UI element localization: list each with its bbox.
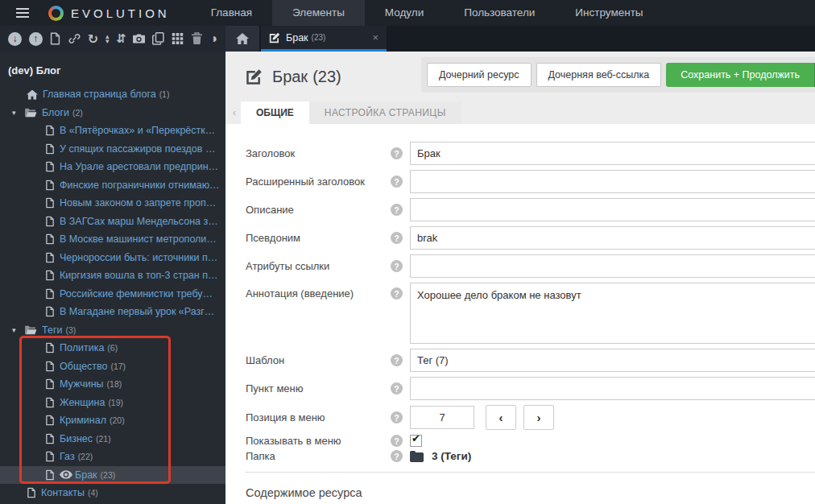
resource-tab[interactable]: Брак (23) xyxy=(261,26,387,52)
tree-item[interactable]: Блоги (2) xyxy=(0,104,225,122)
title-input[interactable] xyxy=(410,142,815,165)
tree-item-label[interactable]: Чернороссии быть: источники п… xyxy=(60,252,217,263)
tree-item[interactable]: Российские феминистки требу… xyxy=(0,285,225,304)
tree-item-label[interactable]: В ЗАГСах марш Мендельсона з… xyxy=(60,216,218,227)
new-weblink-icon[interactable] xyxy=(68,32,81,45)
tree-item[interactable]: У спящих пассажиров поездов … xyxy=(0,140,225,159)
close-tab-icon[interactable] xyxy=(372,31,379,43)
tree-item[interactable]: В Москве машинист метрополи… xyxy=(0,230,225,249)
tree-item-label[interactable]: Политика xyxy=(60,342,104,353)
tree-item-label[interactable]: На Урале арестовали предприн… xyxy=(60,161,218,172)
alias-input[interactable] xyxy=(410,226,815,250)
save-continue-button[interactable]: Сохранить + Продолжить xyxy=(666,63,815,87)
home-tab-button[interactable] xyxy=(225,26,259,52)
collapse-tree-icon[interactable] xyxy=(8,32,22,46)
help-icon[interactable] xyxy=(391,204,403,216)
copy-icon[interactable] xyxy=(152,32,164,45)
tree-item-label[interactable]: Брак xyxy=(75,469,97,481)
help-icon[interactable] xyxy=(391,260,403,272)
tree-item-label[interactable]: В Москве машинист метрополи… xyxy=(60,233,217,245)
menu-item[interactable]: Пользователи xyxy=(444,0,555,26)
tab-page-settings[interactable]: НАСТРОЙКА СТРАНИЦЫ xyxy=(309,101,461,124)
child-weblink-button[interactable]: Дочерняя веб-ссылка xyxy=(536,63,662,87)
tree-item[interactable]: Политика (6) xyxy=(0,339,225,357)
contrast-theme-icon[interactable] xyxy=(209,31,217,46)
tree-item[interactable]: Криминал (20) xyxy=(0,411,225,430)
tree-item-label[interactable]: Российские феминистки требу… xyxy=(60,288,213,300)
menu-item[interactable]: Модули xyxy=(365,0,444,26)
tree-item[interactable]: Главная страница блога (1) xyxy=(0,85,225,104)
template-select[interactable] xyxy=(410,349,815,372)
menu-item[interactable]: Элементы xyxy=(272,0,365,26)
resource-header: Брак (23) Дочерний ресурс Дочерняя веб-с… xyxy=(225,52,815,101)
logo[interactable]: EVOLUTION xyxy=(48,6,170,21)
help-icon[interactable] xyxy=(391,147,403,159)
tab-general[interactable]: ОБЩИЕ xyxy=(241,101,309,124)
grid-icon[interactable] xyxy=(172,33,184,44)
sort-tree-icon[interactable] xyxy=(105,34,110,43)
tree-item[interactable]: Киргизия вошла в топ-3 стран п… xyxy=(0,266,225,285)
chevron-down-icon[interactable] xyxy=(12,326,24,334)
tree-item-label[interactable]: Газ xyxy=(60,451,75,462)
menu-item[interactable]: Инструменты xyxy=(555,0,663,26)
sort-menuindex-icon[interactable] xyxy=(116,31,126,46)
tree-item-label[interactable]: Мужчины xyxy=(60,378,104,390)
child-resource-button[interactable]: Дочерний ресурс xyxy=(427,63,532,87)
camera-icon[interactable] xyxy=(133,33,145,44)
tree-item[interactable]: Теги (3) xyxy=(0,321,225,340)
help-icon[interactable] xyxy=(391,435,403,447)
introtext-textarea[interactable]: Хорошее дело браком не назовут xyxy=(410,283,815,344)
tree-item-label[interactable]: Бизнес xyxy=(60,433,93,444)
tree-item[interactable]: В ЗАГСах марш Мендельсона з… xyxy=(0,213,225,231)
tree-item-label[interactable]: Контакты xyxy=(41,487,85,498)
longtitle-input[interactable] xyxy=(410,170,815,193)
tree-item-label[interactable]: Киргизия вошла в топ-3 стран п… xyxy=(60,270,217,281)
tree-item[interactable]: Брак (23) xyxy=(0,466,225,485)
menuindex-prev-button[interactable] xyxy=(486,405,516,430)
tree-item[interactable]: Женщина (19) xyxy=(0,394,225,412)
tree-item-label[interactable]: Блоги xyxy=(42,107,69,118)
tree-item[interactable]: Финские пограничники отнимаю… xyxy=(0,176,225,195)
help-icon[interactable] xyxy=(391,382,403,395)
tree-item[interactable]: В «Пятёрочках» и «Перекрёстк… xyxy=(0,122,225,140)
tree-item-label[interactable]: Главная страница блога xyxy=(43,89,156,100)
tree-item-label[interactable]: Теги xyxy=(42,324,62,336)
menuindex-next-button[interactable] xyxy=(523,405,554,430)
tree-item[interactable]: На Урале арестовали предприн… xyxy=(0,158,225,176)
tree-item[interactable]: В Магадане первый урок «Разг… xyxy=(0,303,225,321)
refresh-tree-icon[interactable] xyxy=(88,31,98,47)
new-document-icon[interactable] xyxy=(49,32,61,45)
menu-item[interactable]: Главная xyxy=(191,0,272,26)
menutitle-input[interactable] xyxy=(410,377,815,400)
tree-item-label[interactable]: Финские пограничники отнимаю… xyxy=(60,180,220,191)
help-icon[interactable] xyxy=(391,287,403,300)
tab-scroll-left-icon[interactable] xyxy=(228,101,241,124)
tree-item-label[interactable]: У спящих пассажиров поездов … xyxy=(60,143,215,155)
show-in-menu-checkbox[interactable] xyxy=(410,435,422,447)
tree-item[interactable]: Бизнес (21) xyxy=(0,430,225,448)
tree-item-label[interactable]: Женщина xyxy=(60,397,105,408)
tree-item-label[interactable]: В Магадане первый урок «Разг… xyxy=(60,306,214,317)
tree-item[interactable]: Общество (17) xyxy=(0,357,225,376)
tree-item[interactable]: Новым законом о запрете проп… xyxy=(0,194,225,213)
tree-item-label[interactable]: Общество xyxy=(60,361,107,372)
tree-item[interactable]: Газ (22) xyxy=(0,448,225,466)
tree-item-label[interactable]: Криминал xyxy=(60,415,106,426)
menuindex-input[interactable] xyxy=(410,406,474,429)
chevron-down-icon[interactable] xyxy=(12,109,24,117)
hamburger-menu-icon[interactable] xyxy=(16,8,29,10)
help-icon[interactable] xyxy=(391,176,403,188)
help-icon[interactable] xyxy=(391,354,403,366)
tree-item-label[interactable]: В «Пятёрочках» и «Перекрёстк… xyxy=(60,125,215,136)
expand-tree-icon[interactable] xyxy=(29,32,43,46)
help-icon[interactable] xyxy=(391,450,403,462)
tree-item[interactable]: Чернороссии быть: источники п… xyxy=(0,249,225,267)
help-icon[interactable] xyxy=(391,411,403,423)
trash-icon[interactable] xyxy=(191,32,203,45)
tree-item[interactable]: Контакты (4) xyxy=(0,484,225,502)
tree-item-label[interactable]: Новым законом о запрете проп… xyxy=(60,197,216,209)
tree-item[interactable]: Мужчины (18) xyxy=(0,375,225,394)
description-input[interactable] xyxy=(410,198,815,221)
link-attributes-input[interactable] xyxy=(410,254,815,278)
help-icon[interactable] xyxy=(391,232,403,244)
